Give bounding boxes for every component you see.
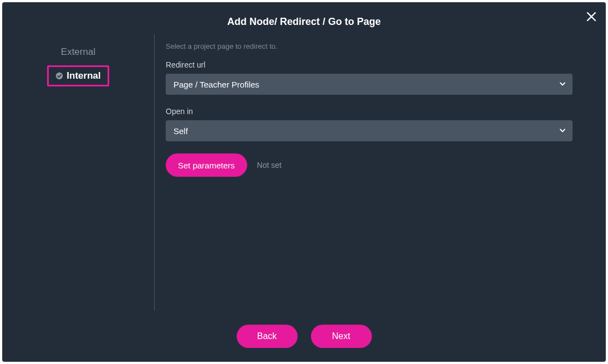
content-panel: Select a project page to redirect to. Re…	[155, 34, 606, 311]
next-button[interactable]: Next	[311, 325, 372, 348]
tab-label: Internal	[67, 70, 100, 81]
parameters-row: Set parameters Not set	[166, 153, 573, 177]
back-button[interactable]: Back	[237, 325, 298, 348]
parameters-status: Not set	[257, 161, 282, 170]
tab-label: External	[61, 47, 95, 57]
open-in-value: Self	[173, 126, 188, 136]
chevron-down-icon	[559, 80, 566, 89]
redirect-url-label: Redirect url	[166, 60, 573, 69]
redirect-url-value: Page / Teacher Profiles	[173, 80, 259, 89]
chevron-down-icon	[559, 126, 566, 136]
sidebar: External Internal	[2, 34, 155, 311]
modal-title: Add Node/ Redirect / Go to Page	[2, 2, 606, 28]
close-button[interactable]	[585, 10, 598, 23]
svg-point-2	[56, 73, 63, 79]
open-in-label: Open in	[166, 107, 573, 116]
modal-footer: Back Next	[2, 311, 606, 362]
tab-external[interactable]: External	[57, 44, 100, 60]
helper-text: Select a project page to redirect to.	[166, 42, 573, 50]
close-icon	[586, 12, 596, 22]
modal-body: External Internal Select a project page …	[2, 34, 606, 311]
open-in-select[interactable]: Self	[166, 120, 573, 141]
modal-dialog: Add Node/ Redirect / Go to Page External…	[2, 2, 606, 362]
redirect-url-select[interactable]: Page / Teacher Profiles	[166, 74, 573, 95]
tab-internal[interactable]: Internal	[47, 65, 109, 86]
checkmark-icon	[55, 72, 63, 80]
set-parameters-button[interactable]: Set parameters	[166, 153, 247, 177]
